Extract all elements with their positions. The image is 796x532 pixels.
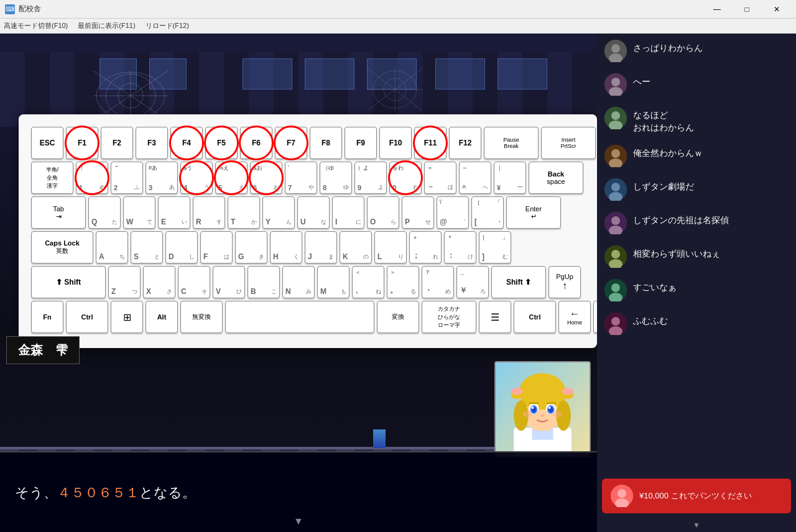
key-k[interactable]: K の: [340, 231, 372, 264]
svg-point-55: [611, 216, 620, 225]
key-fn[interactable]: Fn: [31, 301, 63, 333]
key-ctrl-right[interactable]: Ctrl: [514, 301, 556, 333]
key-c[interactable]: C そ: [178, 266, 210, 298]
key-f3[interactable]: F3: [136, 127, 168, 159]
key-u[interactable]: U な: [297, 196, 330, 229]
key-p[interactable]: P せ: [402, 196, 434, 229]
key-shift-left[interactable]: ⬆ Shift: [31, 266, 106, 298]
key-b[interactable]: B こ: [248, 266, 280, 298]
key-esc[interactable]: ESC: [31, 127, 63, 159]
key-katakana[interactable]: カタカナ ひらがな ローマ字: [422, 301, 476, 333]
key-yen[interactable]: ｜ ¥ ー: [494, 162, 526, 194]
key-f11[interactable]: F11: [414, 127, 447, 159]
key-space[interactable]: [225, 301, 374, 333]
key-slash[interactable]: ？ ・ め: [422, 266, 454, 298]
key-x[interactable]: X さ: [143, 266, 175, 298]
key-3[interactable]: #あ 3 あ: [146, 162, 178, 194]
key-y[interactable]: Y ん: [262, 196, 295, 229]
key-hankaku[interactable]: 半角/ 全角 漢字: [31, 162, 73, 194]
key-f1[interactable]: F1: [66, 127, 98, 159]
dialogue-text: そう、４５０６５１となる。: [15, 482, 196, 503]
key-backslash2[interactable]: ＿ ￥ ろ: [456, 266, 489, 298]
key-at[interactable]: \` @ ゛: [437, 196, 469, 229]
key-minus[interactable]: ＝ － ほ: [424, 162, 456, 194]
key-m[interactable]: M も: [317, 266, 349, 298]
key-colon[interactable]: ＊ ： け: [444, 231, 476, 264]
key-insert[interactable]: Insert PrtScr: [541, 127, 596, 159]
key-w[interactable]: W て: [123, 196, 155, 229]
key-1[interactable]: ！ 1 ぬ: [76, 162, 108, 194]
key-j[interactable]: J ま: [305, 231, 337, 264]
key-a[interactable]: A ち: [96, 231, 128, 264]
key-l[interactable]: L り: [374, 231, 407, 264]
close-button[interactable]: ✕: [762, 0, 791, 19]
key-backspace[interactable]: Back space: [529, 162, 583, 194]
key-r[interactable]: R す: [193, 196, 225, 229]
key-o[interactable]: O ら: [367, 196, 399, 229]
menu-speedmode[interactable]: 高速モード切替(F10): [4, 21, 68, 30]
key-f7[interactable]: F7: [275, 127, 307, 159]
key-s[interactable]: S と: [131, 231, 163, 264]
key-enter[interactable]: Enter ↵: [506, 196, 561, 229]
key-f9[interactable]: F9: [345, 127, 377, 159]
key-f6[interactable]: F6: [240, 127, 272, 159]
svg-point-40: [611, 44, 620, 53]
key-f10[interactable]: F10: [379, 127, 412, 159]
key-tab[interactable]: Tab ⇥: [31, 196, 86, 229]
key-f2[interactable]: F2: [101, 127, 133, 159]
avatar-2: [604, 73, 627, 96]
key-f12[interactable]: F12: [449, 127, 481, 159]
key-0[interactable]: をわ 0 わ: [389, 162, 422, 194]
key-6[interactable]: &お 6 お: [250, 162, 282, 194]
window-controls: — □ ✕: [703, 0, 791, 19]
key-shift-right[interactable]: Shift ⬆: [491, 266, 546, 298]
key-muhenkan[interactable]: 無変換: [180, 301, 223, 333]
key-henkan[interactable]: 変換: [377, 301, 419, 333]
key-g[interactable]: G き: [235, 231, 267, 264]
chat-message-2: へー: [604, 73, 789, 96]
key-h[interactable]: H く: [270, 231, 302, 264]
key-i[interactable]: I に: [332, 196, 364, 229]
key-win[interactable]: ⊞: [111, 301, 143, 333]
key-8[interactable]: （ゆ 8 ゆ: [320, 162, 352, 194]
key-pause[interactable]: Pause Break: [484, 127, 539, 159]
key-lbracket[interactable]: ｛ 「 [ °: [471, 196, 504, 229]
key-rbracket[interactable]: ｝ 」 ] む: [479, 231, 511, 264]
key-pgup[interactable]: PgUp ↑: [548, 266, 581, 298]
chat-message-6: しずタンの先祖は名探偵: [604, 212, 789, 234]
key-7[interactable]: ' 7 や: [285, 162, 317, 194]
key-f8[interactable]: F8: [310, 127, 342, 159]
svg-point-58: [611, 250, 620, 259]
key-q[interactable]: Q た: [88, 196, 121, 229]
svg-point-37: [522, 411, 532, 418]
key-alt-left[interactable]: Alt: [146, 301, 178, 333]
key-capslock[interactable]: Caps Lock 英数: [31, 231, 93, 264]
key-comma[interactable]: ＜ 、 ね: [352, 266, 384, 298]
key-z[interactable]: Z つ: [108, 266, 141, 298]
key-v[interactable]: V ひ: [213, 266, 245, 298]
key-e[interactable]: E い: [158, 196, 190, 229]
key-f5[interactable]: F5: [205, 127, 238, 159]
key-f[interactable]: F は: [200, 231, 233, 264]
key-period[interactable]: ＞ 。 る: [387, 266, 419, 298]
maximize-button[interactable]: □: [733, 0, 761, 19]
key-5[interactable]: %え 5 え: [215, 162, 248, 194]
key-9[interactable]: ）よ 9 よ: [354, 162, 387, 194]
key-d[interactable]: D し: [165, 231, 198, 264]
svg-point-43: [611, 78, 620, 86]
key-2[interactable]: ＂ 2 ふ: [111, 162, 143, 194]
menu-frontmost[interactable]: 最前面に表示(F11): [78, 21, 135, 30]
key-t[interactable]: T か: [228, 196, 260, 229]
key-n[interactable]: N み: [282, 266, 315, 298]
key-f4[interactable]: F4: [170, 127, 203, 159]
key-4[interactable]: $う 4 う: [180, 162, 213, 194]
key-semicolon[interactable]: ＋ ； れ: [409, 231, 442, 264]
key-caret[interactable]: ～ ^ へ: [459, 162, 491, 194]
key-pgdn[interactable]: ↓ PgDn: [593, 301, 597, 333]
character-name: 金森 雫: [18, 343, 68, 357]
key-menu[interactable]: ☰: [479, 301, 511, 333]
key-home[interactable]: ← Home: [558, 301, 591, 333]
menu-reload[interactable]: リロード(F12): [146, 21, 189, 30]
minimize-button[interactable]: —: [703, 0, 731, 19]
key-ctrl-left[interactable]: Ctrl: [66, 301, 108, 333]
